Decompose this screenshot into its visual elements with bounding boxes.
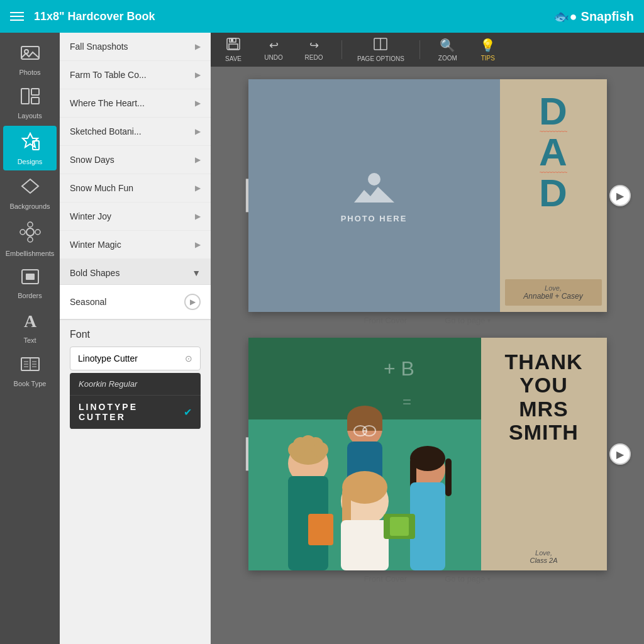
svg-rect-33 [231, 39, 233, 42]
menu-button[interactable] [10, 12, 24, 21]
book-page-2-wrapper: Add text + B [248, 338, 607, 584]
page-nav-btn-1[interactable]: ▶ [609, 185, 631, 206]
design-item-fall-snapshots[interactable]: Fall Snapshots ▶ [60, 33, 211, 61]
svg-point-7 [28, 222, 33, 227]
dad-letter-a: A [539, 133, 567, 172]
design-item-winter-magic[interactable]: Winter Magic ▶ [60, 231, 211, 259]
zoom-button[interactable]: 🔍 ZOOM [435, 38, 460, 62]
expand-arrow-icon: ▼ [192, 268, 201, 278]
arrow-icon: ▶ [195, 184, 201, 192]
design-item-snow-days[interactable]: Snow Days ▶ [60, 146, 211, 174]
svg-point-6 [26, 228, 34, 236]
design-item-botani[interactable]: Sketched Botani... ▶ [60, 118, 211, 146]
svg-text:=: = [402, 393, 411, 410]
header-right: 🐟● Snapfish [553, 9, 634, 24]
fish-icon: 🐟● [553, 9, 577, 24]
svg-rect-45 [347, 418, 382, 431]
svg-rect-4 [31, 97, 39, 104]
page-nav-btn-2[interactable]: ▶ [609, 443, 631, 465]
page-left-1[interactable]: PHOTO HERE [248, 79, 500, 312]
page-2-footer: Front Cover Go to page ▾ [364, 574, 491, 584]
svg-point-8 [28, 237, 33, 242]
tips-button[interactable]: 💡 TIPS [475, 38, 501, 62]
photo-placeholder-icon [349, 168, 399, 209]
design-panel: Fall Snapshots ▶ Farm To Table Co... ▶ W… [60, 33, 211, 644]
photos-label: Photos [19, 69, 40, 76]
undo-button[interactable]: ↩ UNDO [261, 38, 286, 61]
svg-point-9 [20, 230, 25, 235]
design-item-winter-joy[interactable]: Winter Joy ▶ [60, 203, 211, 231]
page-right-thank: THANKYOUMRSSMITH Love, Class 2A [481, 338, 607, 570]
save-button[interactable]: SAVE [221, 38, 246, 62]
go-to-page-2[interactable]: Go to page ▾ [445, 574, 491, 584]
snapfish-logo: 🐟● Snapfish [553, 9, 634, 24]
sidebar-item-embellishments[interactable]: Embellishments [3, 216, 57, 262]
selected-check-icon: ✔ [184, 406, 192, 418]
svg-rect-3 [31, 89, 39, 95]
page-options-button[interactable]: PAGE OPTIONS [357, 38, 404, 62]
svg-text:+ B: + B [384, 357, 414, 380]
borders-label: Borders [18, 292, 42, 299]
dad-letter-d2: D [539, 174, 567, 213]
svg-rect-64 [390, 517, 409, 536]
arrow-icon: ▶ [195, 70, 201, 79]
svg-point-1 [25, 50, 28, 53]
seasonal-arrow-icon: ▶ [184, 294, 201, 310]
sidebar-item-photos[interactable]: Photos [3, 39, 57, 81]
svg-rect-12 [26, 274, 35, 280]
font-option-koorkin[interactable]: Koorkin Regular [70, 373, 201, 396]
sidebar-item-book-type[interactable]: Book Type [3, 350, 57, 392]
layouts-label: Layouts [18, 112, 42, 119]
book-type-icon [20, 355, 40, 377]
redo-button[interactable]: ↪ REDO [301, 38, 326, 61]
classroom-svg: + B = [248, 338, 481, 570]
book-page-2: Add text + B [248, 338, 607, 570]
tips-icon: 💡 [480, 38, 496, 53]
design-item-bold-shapes[interactable]: Bold Shapes ▼ [60, 259, 211, 284]
classroom-photo: + B = [248, 338, 481, 570]
svg-rect-58 [410, 482, 445, 570]
text-label: Text [23, 336, 36, 344]
font-dropdown-menu: Koorkin Regular LINOTYPE CUTTER ✔ [70, 373, 201, 429]
design-item-heart[interactable]: Where The Heart... ▶ [60, 89, 211, 118]
arrow-icon: ▶ [195, 240, 201, 249]
designs-label: Designs [18, 158, 43, 165]
go-to-page-1[interactable]: Go to page ▾ [445, 316, 491, 325]
dad-name-text: Annabell + Casey [513, 292, 594, 301]
book-type-label: Book Type [14, 380, 47, 387]
svg-rect-57 [445, 458, 452, 496]
design-item-farm[interactable]: Farm To Table Co... ▶ [60, 61, 211, 89]
font-selector-dropdown[interactable]: Linotype Cutter ⊙ [70, 347, 201, 370]
dad-love-text: Love, [513, 284, 594, 292]
sidebar-item-layouts[interactable]: Layouts [3, 82, 57, 125]
toolbar-divider2 [419, 40, 420, 59]
svg-point-52 [313, 442, 328, 457]
svg-rect-32 [229, 44, 238, 49]
header-left: 11x8" Hardcover Book [10, 10, 155, 23]
design-item-snow-fun[interactable]: Snow Much Fun ▶ [60, 174, 211, 203]
svg-rect-65 [308, 514, 333, 545]
page-photo-thank[interactable]: + B = [248, 338, 481, 570]
sidebar-item-borders[interactable]: Borders [3, 264, 57, 304]
tips-label: TIPS [481, 55, 495, 62]
sidebar-item-designs[interactable]: Designs [3, 126, 57, 170]
page-title: 11x8" Hardcover Book [34, 10, 155, 23]
font-option-linotype[interactable]: LINOTYPE CUTTER ✔ [70, 396, 201, 429]
embellishments-icon [19, 221, 41, 247]
svg-point-10 [35, 230, 40, 235]
sidebar-item-backgrounds[interactable]: Backgrounds [3, 172, 57, 215]
toolbar-divider [341, 40, 342, 59]
page-1-footer: Front Cover Go to page ▾ [364, 316, 491, 325]
thank-love: Love, [487, 549, 601, 557]
sidebar-item-text[interactable]: A Text [3, 306, 57, 349]
seasonal-section[interactable]: Seasonal ▶ [60, 284, 211, 319]
arrow-icon: ▶ [195, 155, 201, 164]
redo-label: REDO [305, 54, 323, 61]
header: 11x8" Hardcover Book 🐟● Snapfish [0, 0, 644, 33]
svg-text:A: A [24, 311, 37, 330]
design-list: Fall Snapshots ▶ Farm To Table Co... ▶ W… [60, 33, 211, 284]
page-2-label: Front Cover [364, 574, 408, 584]
redo-icon: ↪ [309, 38, 319, 52]
undo-icon: ↩ [269, 38, 279, 52]
page-1-label: Front Cover [364, 316, 408, 325]
